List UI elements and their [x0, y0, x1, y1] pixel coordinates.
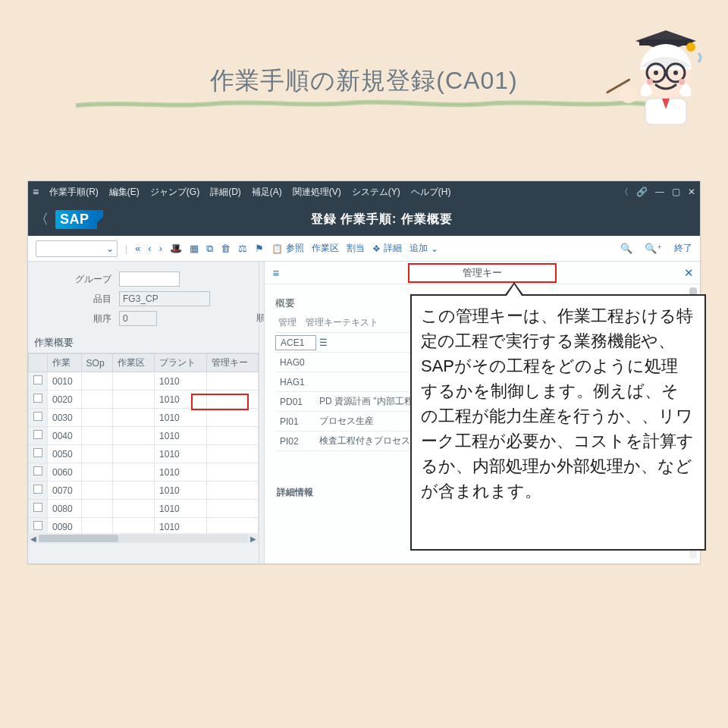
cell-workcenter[interactable]: [113, 482, 155, 500]
cell-sop[interactable]: [81, 445, 113, 463]
cell-sop[interactable]: [81, 427, 113, 445]
cell-op[interactable]: 0010: [48, 372, 82, 391]
cell-ctrlkey[interactable]: [206, 463, 258, 482]
cell-plant[interactable]: 1010: [155, 372, 206, 391]
cell-sop[interactable]: [81, 409, 113, 427]
add-button[interactable]: 追加 ⌄: [410, 242, 438, 255]
table-row[interactable]: 00401010: [29, 427, 259, 445]
cell-ctrlkey[interactable]: [206, 391, 258, 409]
cell-plant[interactable]: 1010: [155, 427, 206, 445]
menu-item[interactable]: 詳細(D): [210, 186, 241, 199]
cell-op[interactable]: 0060: [48, 463, 82, 482]
menu-item[interactable]: ジャンプ(G): [150, 186, 199, 199]
cell-plant[interactable]: 1010: [155, 409, 206, 427]
row-checkbox[interactable]: [33, 412, 42, 421]
maximize-icon[interactable]: ▢: [672, 187, 680, 197]
row-checkbox[interactable]: [33, 485, 42, 494]
cell-sop[interactable]: [81, 372, 113, 391]
cell-ctrlkey[interactable]: [206, 427, 258, 445]
cell-op[interactable]: 0020: [48, 391, 82, 409]
value-help-icon[interactable]: ☰: [318, 337, 328, 348]
table-row[interactable]: 00201010: [29, 391, 259, 409]
cell-workcenter[interactable]: [113, 409, 155, 427]
col-plant[interactable]: プラント: [155, 354, 206, 372]
first-icon[interactable]: «: [135, 243, 140, 254]
prev-icon[interactable]: ‹: [148, 243, 151, 254]
cell-op[interactable]: 0070: [48, 482, 82, 500]
row-checkbox[interactable]: [33, 375, 42, 384]
search-icon[interactable]: 🔍: [620, 243, 632, 254]
menu-item[interactable]: 関連処理(V): [293, 186, 341, 199]
row-checkbox[interactable]: [33, 448, 42, 457]
cell-ctrlkey[interactable]: [206, 372, 258, 391]
cell-plant[interactable]: 1010: [155, 500, 206, 518]
cell-op[interactable]: 0050: [48, 445, 82, 463]
cell-op[interactable]: 0040: [48, 427, 82, 445]
table-row[interactable]: 00801010: [29, 500, 259, 518]
menu-item[interactable]: ヘルプ(H): [411, 186, 451, 199]
search-plus-icon[interactable]: 🔍⁺: [645, 243, 662, 254]
exit-button[interactable]: 終了: [674, 242, 692, 255]
cell-plant[interactable]: 1010: [155, 482, 206, 500]
trash-icon[interactable]: 🗑: [221, 243, 231, 254]
col-op[interactable]: 作業: [48, 354, 82, 372]
h-scrollbar[interactable]: ◀▶: [28, 533, 259, 544]
nav-prev-icon[interactable]: 〈: [620, 186, 629, 199]
popup-close-icon[interactable]: ✕: [677, 266, 700, 280]
minimize-icon[interactable]: —: [655, 187, 664, 197]
cell-plant[interactable]: 1010: [155, 445, 206, 463]
group-input[interactable]: [119, 271, 180, 287]
cell-ctrlkey[interactable]: [206, 500, 258, 518]
cell-workcenter[interactable]: [113, 372, 155, 391]
menu-item[interactable]: 補足(A): [252, 186, 282, 199]
toolbar-select[interactable]: ⌄: [36, 240, 118, 257]
cell-workcenter[interactable]: [113, 391, 155, 409]
balance-icon[interactable]: ⚖: [238, 243, 247, 254]
cell-op[interactable]: 0030: [48, 409, 82, 427]
cell-plant[interactable]: 1010: [155, 463, 206, 482]
back-button[interactable]: 〈: [28, 210, 55, 228]
cell-workcenter[interactable]: [113, 445, 155, 463]
cell-ctrlkey[interactable]: [206, 409, 258, 427]
cell-sop[interactable]: [81, 463, 113, 482]
cell-ctrlkey[interactable]: [206, 445, 258, 463]
allocate-button[interactable]: 割当: [347, 242, 365, 255]
hat-icon[interactable]: 🎩: [170, 243, 182, 254]
detail-button[interactable]: ❖ 詳細: [372, 242, 402, 255]
col-ctrlkey[interactable]: 管理キー: [206, 354, 258, 372]
popup-menu-icon[interactable]: ≡: [265, 266, 287, 279]
reference-button[interactable]: 📋 参照: [271, 242, 304, 255]
cell-plant[interactable]: 1010: [155, 391, 206, 409]
workcenter-button[interactable]: 作業区: [312, 242, 339, 255]
row-checkbox[interactable]: [33, 521, 42, 530]
row-checkbox[interactable]: [33, 466, 42, 475]
next-icon[interactable]: ›: [159, 243, 162, 254]
grid-icon[interactable]: ▦: [190, 243, 199, 254]
cell-sop[interactable]: [81, 391, 113, 409]
cell-workcenter[interactable]: [113, 500, 155, 518]
table-row[interactable]: 00501010: [29, 445, 259, 463]
cell-workcenter[interactable]: [113, 463, 155, 482]
menu-icon[interactable]: ≡: [33, 186, 39, 198]
table-row[interactable]: 00701010: [29, 482, 259, 500]
table-row[interactable]: 00601010: [29, 463, 259, 482]
cell-workcenter[interactable]: [113, 427, 155, 445]
menu-item[interactable]: 編集(E): [109, 186, 140, 199]
link-icon[interactable]: 🔗: [636, 187, 648, 197]
menu-item[interactable]: システム(Y): [352, 186, 400, 199]
col-workcenter[interactable]: 作業区: [113, 354, 155, 372]
cell-ctrlkey[interactable]: [206, 482, 258, 500]
row-checkbox[interactable]: [33, 394, 42, 403]
flag-icon[interactable]: ⚑: [255, 243, 264, 254]
table-row[interactable]: 00301010: [29, 409, 259, 427]
row-checkbox[interactable]: [33, 503, 42, 512]
col-sop[interactable]: SOp: [81, 354, 113, 372]
cell-sop[interactable]: [81, 482, 113, 500]
close-icon[interactable]: ✕: [688, 187, 695, 197]
cell-op[interactable]: 0080: [48, 500, 82, 518]
table-row[interactable]: 00101010: [29, 372, 259, 391]
structure-icon[interactable]: ⧉: [206, 243, 213, 255]
cell-sop[interactable]: [81, 500, 113, 518]
menu-item[interactable]: 作業手順(R): [49, 186, 99, 199]
row-checkbox[interactable]: [33, 430, 42, 439]
